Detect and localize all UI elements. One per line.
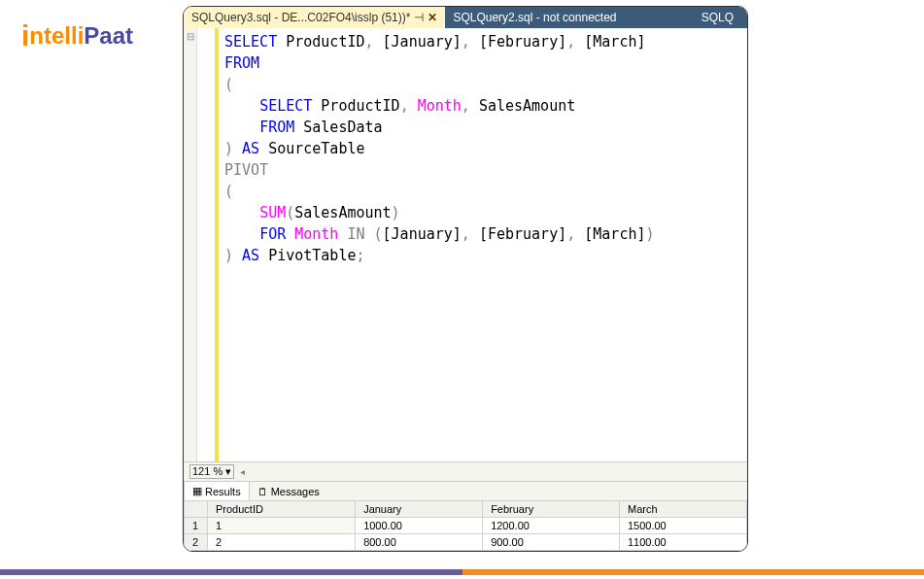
scroll-left-icon[interactable]: ◂: [240, 466, 245, 477]
grid-icon: ▦: [192, 485, 202, 497]
cell[interactable]: 1: [208, 518, 356, 534]
cell[interactable]: 1200.00: [483, 518, 620, 534]
chevron-down-icon: ▾: [225, 465, 231, 477]
zoom-select[interactable]: 121 % ▾: [189, 464, 234, 479]
tab-cluster-label: SQLQ: [702, 11, 739, 24]
cell[interactable]: 1000.00: [356, 518, 483, 534]
cell[interactable]: 900.00: [483, 534, 620, 551]
pin-icon[interactable]: ⊣: [414, 11, 424, 24]
col-header[interactable]: January: [356, 501, 483, 518]
tab-active-label: SQLQuery3.sql - DE...C02FO4\isslp (51))*: [191, 11, 410, 24]
close-icon[interactable]: ✕: [428, 11, 437, 24]
tab-messages[interactable]: 🗒 Messages: [250, 482, 327, 500]
code-editor[interactable]: SELECT ProductID, [January], [February],…: [219, 28, 747, 461]
logo-text-2: Paat: [84, 22, 133, 50]
footer-orange: [462, 569, 925, 575]
results-grid[interactable]: ProductID January February March 1 1 100…: [184, 500, 747, 551]
table-header-row: ProductID January February March: [185, 501, 747, 518]
footer-border: [0, 569, 924, 575]
row-number: 1: [185, 518, 208, 534]
footer-purple: [0, 569, 462, 575]
corner-cell: [185, 501, 208, 518]
code-gutter: ⊟: [184, 28, 197, 461]
col-header[interactable]: ProductID: [208, 501, 356, 518]
brand-logo: i ntelli Paat: [21, 17, 133, 51]
tab-active[interactable]: SQLQuery3.sql - DE...C02FO4\isslp (51))*…: [184, 7, 445, 28]
collapse-icon[interactable]: ⊟: [187, 31, 194, 42]
table-row[interactable]: 2 2 800.00 900.00 1100.00: [185, 534, 747, 551]
zoom-value: 121 %: [192, 465, 222, 477]
cell[interactable]: 1500.00: [619, 518, 746, 534]
code-area: ⊟ SELECT ProductID, [January], [February…: [184, 28, 747, 461]
table-row[interactable]: 1 1 1000.00 1200.00 1500.00: [185, 518, 747, 534]
editor-window: SQLQuery3.sql - DE...C02FO4\isslp (51))*…: [183, 6, 748, 552]
row-number: 2: [185, 534, 208, 551]
cell[interactable]: 1100.00: [619, 534, 746, 551]
results-tabs: ▦ Results 🗒 Messages: [184, 481, 747, 500]
tab-messages-label: Messages: [271, 486, 320, 497]
cell[interactable]: 2: [208, 534, 356, 551]
zoom-bar: 121 % ▾ ◂: [184, 461, 747, 481]
tab-inactive-label: SQLQuery2.sql - not connected: [453, 11, 616, 24]
messages-icon: 🗒: [257, 486, 268, 497]
tab-bar: SQLQuery3.sql - DE...C02FO4\isslp (51))*…: [184, 7, 747, 28]
tab-inactive[interactable]: SQLQuery2.sql - not connected SQLQ: [445, 7, 747, 28]
tab-results-label: Results: [205, 486, 241, 497]
tab-results[interactable]: ▦ Results: [184, 482, 250, 500]
cell[interactable]: 800.00: [356, 534, 483, 551]
col-header[interactable]: February: [483, 501, 620, 518]
logo-text-1: ntelli: [29, 22, 84, 50]
logo-icon: i: [21, 19, 29, 52]
col-header[interactable]: March: [619, 501, 746, 518]
